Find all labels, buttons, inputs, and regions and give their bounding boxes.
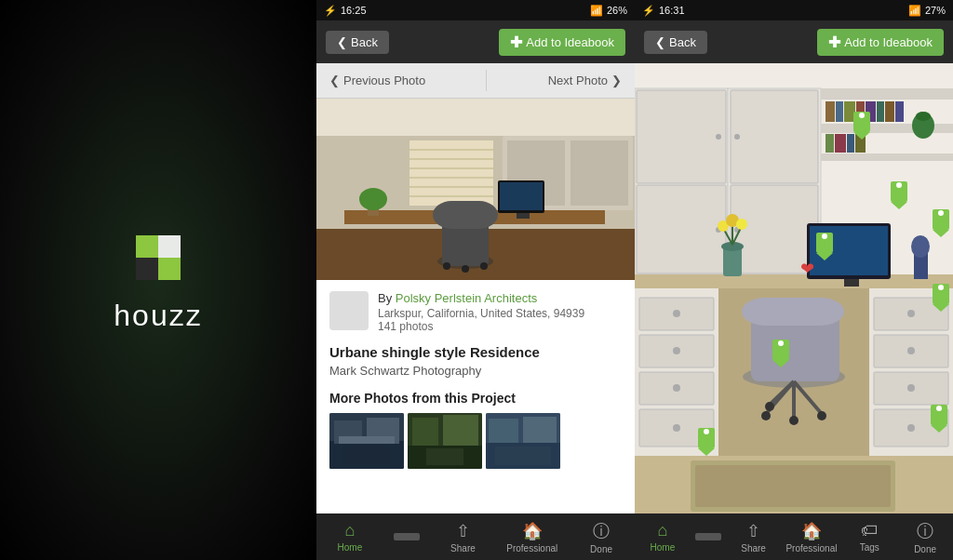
add-ideabook-button-2[interactable]: ✚ Add to Ideabook	[499, 29, 625, 56]
svg-rect-47	[635, 63, 953, 88]
bottom-done-3[interactable]: ⓘ Done	[902, 520, 948, 554]
bottom-expand-2[interactable]	[394, 533, 420, 540]
svg-rect-56	[731, 90, 818, 183]
svg-rect-35	[339, 436, 395, 444]
usb-icon: ⚡	[324, 5, 337, 17]
add-ideabook-button-3[interactable]: ✚ Add to Ideabook	[817, 29, 944, 56]
svg-rect-103	[742, 298, 844, 326]
top-bar-3: ❮ Back ✚ Add to Ideabook	[635, 20, 953, 63]
svg-point-87	[673, 384, 680, 392]
svg-point-95	[907, 347, 915, 354]
svg-point-139	[778, 340, 784, 346]
svg-rect-100	[844, 279, 859, 287]
author-photos: 141 photos	[378, 320, 622, 333]
svg-rect-67	[877, 101, 884, 122]
next-photo-button[interactable]: Next Photo ❯	[535, 63, 635, 98]
plus-icon-2: ✚	[510, 33, 522, 51]
svg-point-85	[673, 310, 680, 317]
professional-icon-3: 🏠	[801, 521, 822, 541]
svg-point-127	[859, 113, 865, 118]
more-photos-title: More Photos from this Project	[329, 391, 622, 406]
bottom-professional-3[interactable]: 🏠 Professional	[785, 521, 837, 553]
prev-chevron: ❮	[329, 73, 340, 87]
status-right-3: 📶 27%	[908, 5, 946, 17]
info-section: By Polsky Perlstein Architects Larkspur,…	[316, 280, 635, 513]
bottom-tags-3[interactable]: 🏷 Tags	[846, 521, 893, 553]
svg-rect-23	[500, 182, 543, 210]
svg-rect-44	[523, 417, 557, 443]
svg-rect-122	[695, 465, 891, 507]
status-time-2: 16:25	[341, 5, 367, 16]
svg-rect-3	[158, 258, 181, 280]
svg-point-28	[462, 265, 469, 273]
professional-icon-2: 🏠	[522, 521, 543, 541]
bottom-share-3[interactable]: ⇧ Share	[731, 521, 777, 553]
author-location: Larkspur, California, United States, 949…	[378, 307, 622, 320]
plus-icon-3: ✚	[828, 33, 840, 51]
next-chevron: ❯	[611, 73, 622, 87]
nav-divider	[486, 70, 487, 90]
svg-point-26	[359, 188, 387, 210]
svg-rect-52	[637, 90, 726, 183]
svg-rect-24	[517, 213, 530, 219]
room-svg	[316, 99, 635, 280]
houzz-icon	[128, 228, 188, 287]
done-icon-2: ⓘ	[593, 520, 610, 542]
svg-rect-78	[635, 274, 953, 288]
svg-rect-77	[821, 153, 953, 161]
bottom-share-2[interactable]: ⇧ Share	[439, 521, 486, 553]
svg-rect-39	[443, 415, 478, 446]
photographer: Mark Schwartz Photography	[329, 364, 622, 378]
svg-rect-72	[835, 134, 846, 153]
bottom-home-3[interactable]: ⌂ Home	[639, 521, 686, 553]
wifi-icon-2: 📶	[590, 5, 603, 17]
svg-text:❤: ❤	[800, 260, 814, 278]
app-title: houzz	[114, 299, 202, 333]
prev-photo-button[interactable]: ❮ Previous Photo	[316, 63, 438, 98]
top-bar-2: ❮ Back ✚ Add to Ideabook	[316, 20, 635, 63]
avatar	[329, 291, 369, 330]
author-link[interactable]: Polsky Perlstein Architects	[396, 291, 537, 305]
status-left-3: ⚡ 16:31	[642, 5, 685, 17]
full-photo-view[interactable]: ❤	[635, 63, 953, 513]
svg-rect-38	[412, 418, 438, 446]
back-button-3[interactable]: ❮ Back	[644, 31, 707, 54]
svg-rect-2	[136, 258, 158, 280]
back-button-2[interactable]: ❮ Back	[326, 31, 389, 54]
houzz-logo: houzz	[114, 228, 202, 333]
status-right-2: 📶 26%	[590, 5, 627, 17]
thumbnails-row	[329, 413, 622, 469]
thumb-2-svg	[408, 413, 482, 469]
share-icon-2: ⇧	[456, 521, 470, 541]
svg-rect-53	[637, 185, 726, 273]
share-icon-3: ⇧	[746, 521, 760, 541]
usb-icon-3: ⚡	[642, 5, 655, 17]
bottom-done-2[interactable]: ⓘ Done	[578, 520, 624, 554]
svg-rect-73	[847, 134, 854, 153]
svg-point-96	[907, 384, 915, 392]
svg-point-109	[817, 411, 826, 420]
svg-point-136	[822, 233, 827, 239]
svg-point-111	[765, 402, 774, 411]
thumbnail-3[interactable]	[486, 413, 560, 469]
home-icon-3: ⌂	[657, 521, 667, 540]
svg-point-27	[443, 262, 450, 270]
thumbnail-1[interactable]	[329, 413, 404, 469]
bottom-home-2[interactable]: ⌂ Home	[327, 521, 373, 553]
bottom-professional-2[interactable]: 🏠 Professional	[506, 521, 557, 553]
full-room-svg: ❤	[635, 63, 953, 513]
back-chevron-3: ❮	[655, 35, 665, 49]
battery-2: 26%	[607, 5, 627, 16]
main-photo[interactable]	[316, 99, 635, 280]
bottom-bar-3: ⌂ Home ⇧ Share 🏠 Professional 🏷 Tags ⓘ D…	[635, 513, 953, 560]
status-left-2: ⚡ 16:25	[324, 5, 367, 17]
svg-point-110	[789, 416, 799, 425]
thumbnail-2[interactable]	[408, 413, 482, 469]
tags-icon-3: 🏷	[861, 521, 878, 540]
svg-point-29	[480, 262, 488, 270]
svg-point-76	[916, 112, 931, 121]
bottom-expand-3[interactable]	[695, 533, 721, 540]
photo-nav-2: ❮ Previous Photo Next Photo ❯	[316, 63, 635, 99]
svg-rect-5	[316, 99, 635, 136]
splash-panel: houzz	[0, 0, 316, 560]
